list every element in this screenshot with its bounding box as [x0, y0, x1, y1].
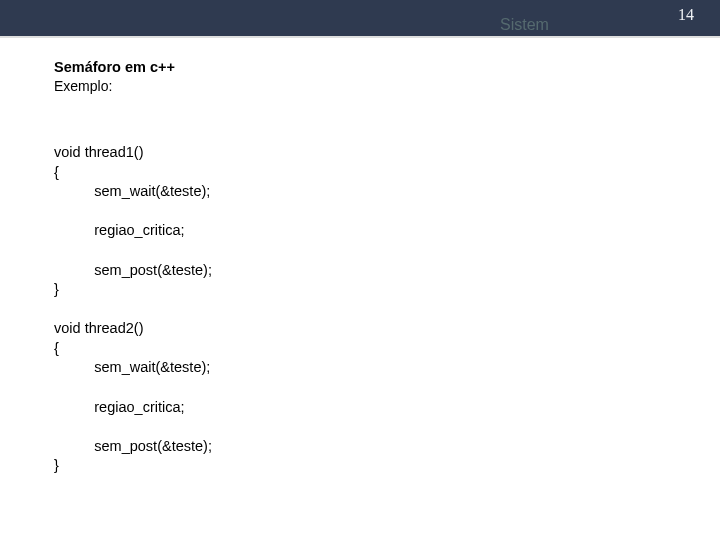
slide-header: Sistem 14: [0, 0, 720, 38]
code-line: void thread1(): [54, 144, 143, 160]
page-number: 14: [678, 6, 694, 24]
header-label: Sistem: [500, 16, 549, 34]
slide-content: Semáforo em c++ Exemplo: void thread1() …: [54, 58, 680, 495]
slide-title: Semáforo em c++: [54, 58, 680, 76]
code-line: sem_post(&teste);: [54, 438, 212, 454]
code-line: sem_post(&teste);: [54, 262, 212, 278]
code-line: }: [54, 281, 59, 297]
code-line: {: [54, 164, 59, 180]
code-line: {: [54, 340, 59, 356]
code-line: }: [54, 457, 59, 473]
code-line: sem_wait(&teste);: [54, 359, 210, 375]
code-line: regiao_critica;: [54, 222, 185, 238]
code-line: void thread2(): [54, 320, 143, 336]
code-block: void thread1() { sem_wait(&teste); regia…: [54, 124, 680, 496]
slide-subtitle: Exemplo:: [54, 78, 680, 96]
code-line: sem_wait(&teste);: [54, 183, 210, 199]
code-line: regiao_critica;: [54, 399, 185, 415]
